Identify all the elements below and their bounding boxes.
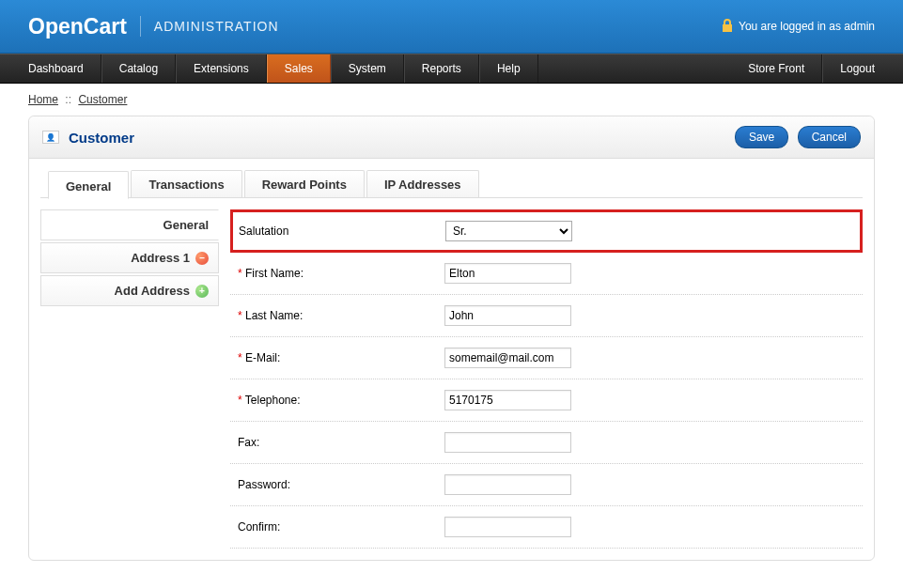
field-label-text: Password: <box>238 478 290 491</box>
field-label-text: Salutation <box>239 224 288 238</box>
nav-right: Store Front Logout <box>720 54 903 83</box>
main-nav: Dashboard Catalog Extensions Sales Syste… <box>0 54 903 84</box>
page-title: Customer <box>69 130 134 146</box>
tab-transactions[interactable]: Transactions <box>131 170 241 197</box>
add-address-icon[interactable]: + <box>195 285 209 298</box>
field-label: Confirm: <box>238 520 444 534</box>
horizontal-tabs: General Transactions Reward Points IP Ad… <box>40 170 863 198</box>
nav-system[interactable]: System <box>331 54 404 83</box>
field-label: Salutation <box>239 224 445 238</box>
field-label-text: E-Mail: <box>245 351 280 364</box>
field-label: * Last Name: <box>238 309 444 322</box>
salutation-select[interactable]: Sr. <box>445 221 572 241</box>
admin-subtitle: ADMINISTRATION <box>154 19 279 34</box>
header-left: OpenCart ADMINISTRATION <box>28 14 279 39</box>
breadcrumb: Home :: Customer <box>0 84 903 116</box>
form-row-confirm: Confirm: <box>230 506 863 549</box>
field-label: Fax: <box>238 436 444 449</box>
form-row-first-name: * First Name: <box>230 253 863 295</box>
field-label-text: Fax: <box>238 436 259 449</box>
login-status: You are logged in as admin <box>739 20 875 33</box>
field-input-wrap <box>444 474 571 495</box>
required-marker: * <box>238 309 245 322</box>
form-row-password: Password: <box>230 464 863 506</box>
form-row-e-mail: * E-Mail: <box>230 337 863 379</box>
vtab-general-label: General <box>163 218 209 232</box>
field-label-text: Last Name: <box>245 309 303 322</box>
first-name-input[interactable] <box>444 263 571 284</box>
fax-input[interactable] <box>444 432 571 453</box>
nav-reports[interactable]: Reports <box>404 54 479 83</box>
tab-reward-points[interactable]: Reward Points <box>244 170 365 197</box>
breadcrumb-sep: :: <box>65 93 71 106</box>
form-row-telephone: * Telephone: <box>230 379 863 422</box>
form-row-fax: Fax: <box>230 422 863 464</box>
content-box: 👤 Customer Save Cancel General Transacti… <box>28 116 875 561</box>
required-marker: * <box>238 267 245 280</box>
required-marker: * <box>238 351 245 364</box>
logo-separator <box>140 16 141 37</box>
breadcrumb-customer[interactable]: Customer <box>78 93 127 106</box>
header-right: You are logged in as admin <box>722 19 875 35</box>
field-label-text: First Name: <box>245 267 304 280</box>
form-row-last-name: * Last Name: <box>230 295 863 337</box>
header: OpenCart ADMINISTRATION You are logged i… <box>0 0 903 54</box>
telephone-input[interactable] <box>444 390 571 410</box>
remove-address-icon[interactable]: – <box>195 252 209 265</box>
lock-icon <box>722 19 733 35</box>
field-input-wrap <box>444 432 571 453</box>
confirm-input[interactable] <box>444 517 571 537</box>
box-heading-left: 👤 Customer <box>42 130 134 146</box>
vtab-address-1-label: Address 1 <box>131 251 190 265</box>
vtab-address-1[interactable]: Address 1 – <box>40 242 219 273</box>
tab-general[interactable]: General <box>48 171 129 199</box>
field-input-wrap <box>444 390 571 410</box>
field-input-wrap: Sr. <box>445 221 572 241</box>
customer-icon: 👤 <box>42 131 59 144</box>
form-layout: General Address 1 – Add Address + Saluta… <box>40 209 863 549</box>
breadcrumb-home[interactable]: Home <box>28 93 58 106</box>
field-label: * First Name: <box>238 267 444 280</box>
box-heading: 👤 Customer Save Cancel <box>29 116 874 159</box>
field-input-wrap <box>444 517 571 537</box>
nav-store-front[interactable]: Store Front <box>720 54 822 83</box>
field-input-wrap <box>444 305 571 326</box>
field-label-text: Confirm: <box>238 520 280 534</box>
form-row-salutation: SalutationSr. <box>230 209 863 253</box>
logo: OpenCart <box>28 14 127 39</box>
nav-dashboard[interactable]: Dashboard <box>0 54 101 83</box>
nav-logout[interactable]: Logout <box>822 54 903 83</box>
e-mail-input[interactable] <box>444 348 571 368</box>
nav-help[interactable]: Help <box>479 54 538 83</box>
password-input[interactable] <box>444 474 571 495</box>
field-input-wrap <box>444 263 571 284</box>
field-input-wrap <box>444 348 571 368</box>
field-label: Password: <box>238 478 444 491</box>
vtab-general[interactable]: General <box>40 209 219 240</box>
field-label-text: Telephone: <box>245 394 301 407</box>
tab-ip-addresses[interactable]: IP Addresses <box>366 170 479 197</box>
last-name-input[interactable] <box>444 305 571 326</box>
vertical-tabs: General Address 1 – Add Address + <box>40 209 219 549</box>
box-content: General Transactions Reward Points IP Ad… <box>29 159 874 560</box>
box-buttons: Save Cancel <box>729 126 861 148</box>
vtab-add-address[interactable]: Add Address + <box>40 275 219 306</box>
nav-sales[interactable]: Sales <box>267 54 331 83</box>
form-area: SalutationSr.* First Name:* Last Name:* … <box>230 209 863 549</box>
nav-extensions[interactable]: Extensions <box>176 54 267 83</box>
nav-left: Dashboard Catalog Extensions Sales Syste… <box>0 54 538 83</box>
cancel-button[interactable]: Cancel <box>798 126 861 148</box>
field-label: * E-Mail: <box>238 351 444 364</box>
nav-catalog[interactable]: Catalog <box>101 54 176 83</box>
vtab-add-address-label: Add Address <box>115 284 190 298</box>
field-label: * Telephone: <box>238 394 444 407</box>
save-button[interactable]: Save <box>735 126 788 148</box>
required-marker: * <box>238 394 245 407</box>
